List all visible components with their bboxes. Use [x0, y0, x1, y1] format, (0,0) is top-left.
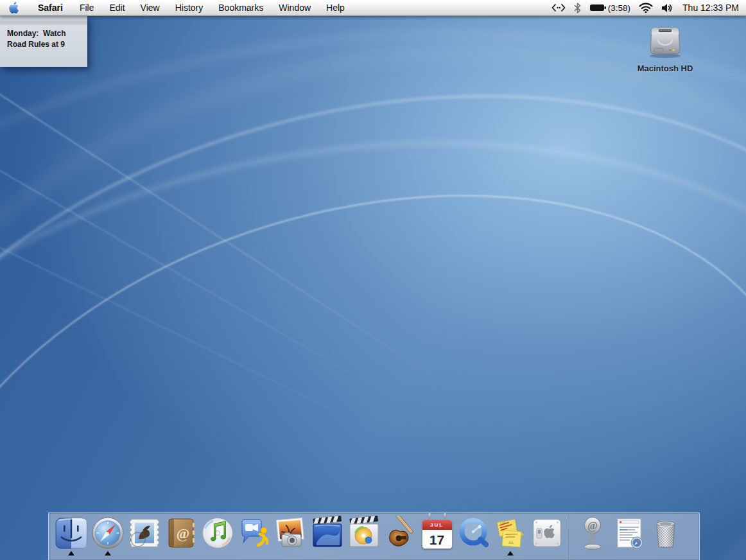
- volume-icon: [661, 3, 673, 13]
- dock-item-at-sign-spring[interactable]: @: [574, 516, 611, 556]
- dock: @: [48, 512, 700, 560]
- svg-text:@: @: [587, 520, 598, 532]
- ichat-icon: [237, 516, 272, 550]
- dock-item-itunes[interactable]: [199, 516, 236, 556]
- battery-menu[interactable]: (3:58): [589, 0, 630, 15]
- wallpaper-arc: [0, 91, 746, 560]
- safari-icon: [91, 516, 125, 550]
- battery-time-label: (3:58): [608, 3, 630, 13]
- menu-bar: Safari File Edit View History Bookmarks …: [0, 0, 746, 16]
- menu-edit[interactable]: Edit: [101, 0, 132, 15]
- dock-item-address-book[interactable]: @: [162, 516, 199, 556]
- idvd-icon: [347, 516, 381, 550]
- wallpaper-ray: [0, 148, 417, 412]
- menu-window[interactable]: Window: [271, 0, 318, 15]
- internet-connect-icon: [551, 3, 566, 12]
- itunes-icon: [200, 516, 235, 550]
- wallpaper-arc: [0, 0, 746, 560]
- menu-history[interactable]: History: [168, 0, 211, 15]
- dock-item-iphoto[interactable]: [272, 516, 309, 556]
- menu-view[interactable]: View: [133, 0, 168, 15]
- sticky-note-window[interactable]: Monday: Watch Road Rules at 9: [0, 16, 87, 67]
- finder-icon: [54, 516, 89, 550]
- wallpaper-arc: [0, 0, 746, 560]
- wallpaper-arc: [0, 0, 746, 560]
- stickies-icon: LM JUL: [493, 516, 528, 550]
- address-book-icon: @: [164, 516, 198, 550]
- sticky-note-text: Monday: Watch Road Rules at 9: [0, 24, 87, 50]
- menu-bookmarks[interactable]: Bookmarks: [211, 0, 271, 15]
- menu-clock[interactable]: Thu 12:33 PM: [681, 0, 739, 15]
- wallpaper-arc: [0, 42, 746, 560]
- trash-icon: [648, 516, 683, 550]
- iphoto-icon: [273, 516, 308, 550]
- quicktime-icon: [456, 516, 491, 550]
- sticky-note-line: Monday: Watch: [7, 28, 82, 39]
- sticky-note-titlebar[interactable]: [0, 16, 87, 24]
- running-indicator: [507, 551, 514, 556]
- running-indicator: [68, 551, 74, 556]
- running-indicator: [105, 551, 111, 556]
- bluetooth-menu[interactable]: [574, 0, 581, 15]
- web-document-icon: [612, 516, 646, 550]
- svg-text:LM: LM: [500, 521, 505, 525]
- bluetooth-icon: [574, 3, 581, 13]
- wallpaper-ray: [0, 77, 459, 393]
- dock-divider: [569, 516, 569, 560]
- volume-label: Macintosh HD: [627, 64, 704, 73]
- menu-bar-left: Safari File Edit View History Bookmarks …: [0, 0, 352, 15]
- dock-item-idvd[interactable]: [345, 516, 382, 556]
- volume-menu[interactable]: [661, 0, 673, 15]
- dock-item-imovie[interactable]: [309, 516, 345, 556]
- airport-wifi-icon: [639, 3, 653, 13]
- garageband-icon: [383, 516, 418, 550]
- menu-bar-status: (3:58) Thu 12:33 PM: [551, 0, 746, 15]
- hard-drive-icon: [645, 23, 685, 59]
- dock-item-web-document[interactable]: [611, 516, 647, 556]
- airport-menu[interactable]: [639, 0, 653, 15]
- at-sign-spring-icon: @: [575, 516, 610, 550]
- menu-app-name[interactable]: Safari: [29, 0, 72, 15]
- menu-file[interactable]: File: [72, 0, 102, 15]
- dock-item-ichat[interactable]: [236, 516, 272, 556]
- ical-binding-ring: [428, 513, 431, 518]
- ical-day-label: 17: [422, 530, 452, 549]
- dock-item-garageband[interactable]: [382, 516, 419, 556]
- dock-item-trash[interactable]: [647, 516, 684, 556]
- dock-item-ical[interactable]: JUL 17: [419, 516, 455, 554]
- dock-item-stickies[interactable]: LM JUL: [492, 516, 528, 556]
- mail-icon: [127, 516, 162, 550]
- imovie-icon: [310, 516, 345, 550]
- internet-connect-menu[interactable]: [551, 0, 566, 15]
- apple-icon: [8, 1, 19, 14]
- sticky-note-line: Road Rules at 9: [7, 39, 82, 50]
- menu-help[interactable]: Help: [318, 0, 352, 15]
- system-preferences-icon: [530, 516, 564, 550]
- battery-icon: [589, 3, 607, 12]
- ical-month-label: JUL: [422, 520, 452, 530]
- ical-binding-ring: [444, 513, 446, 518]
- dock-item-system-preferences[interactable]: [528, 516, 565, 556]
- svg-text:JUL: JUL: [508, 541, 514, 545]
- dock-item-quicktime[interactable]: [455, 516, 492, 556]
- desktop-icon-macintosh-hd[interactable]: Macintosh HD: [627, 23, 704, 73]
- ical-icon: JUL 17: [422, 516, 453, 549]
- desktop-wallpaper: [0, 0, 746, 560]
- dock-item-safari[interactable]: [89, 516, 126, 556]
- dock-item-mail[interactable]: [126, 516, 162, 556]
- dock-item-finder[interactable]: [53, 516, 89, 556]
- wallpaper-ray: [0, 238, 419, 453]
- apple-menu[interactable]: [0, 0, 29, 15]
- svg-text:@: @: [176, 525, 189, 541]
